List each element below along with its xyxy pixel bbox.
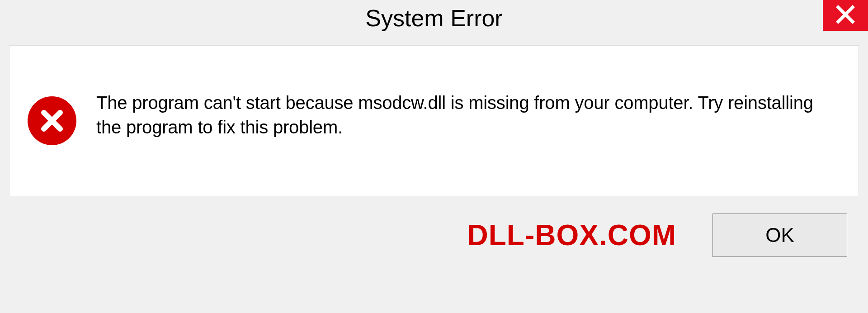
close-icon: [835, 5, 855, 26]
ok-button-label: OK: [765, 224, 794, 247]
error-icon: [28, 96, 76, 145]
brand-watermark: DLL-BOX.COM: [467, 218, 677, 252]
dialog-titlebar: System Error: [0, 0, 868, 42]
dialog-footer: DLL-BOX.COM OK: [0, 196, 868, 257]
dialog-content: The program can't start because msodcw.d…: [9, 45, 859, 196]
error-message: The program can't start because msodcw.d…: [96, 90, 840, 139]
close-button[interactable]: [823, 0, 868, 31]
dialog-title: System Error: [0, 5, 868, 32]
ok-button[interactable]: OK: [712, 213, 847, 257]
